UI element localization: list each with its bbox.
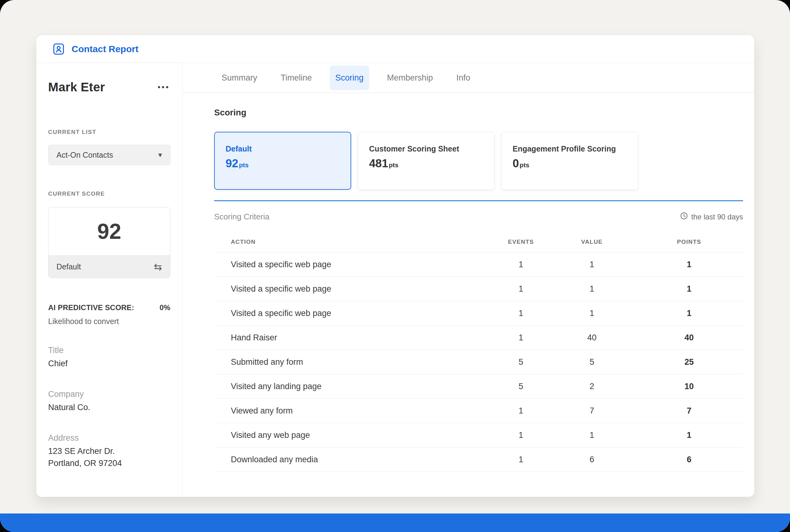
address-value: 123 SE Archer Dr. Portland, OR 97204: [48, 445, 170, 469]
page-background: Contact Report Mark Eter ••• CURRENT LIS…: [0, 0, 790, 532]
swap-score-icon[interactable]: ⇆: [154, 261, 162, 273]
score-cards-row: Default 92pts Customer Scoring Sheet 481…: [214, 132, 743, 190]
tab-timeline[interactable]: Timeline: [275, 66, 317, 90]
cell-events: 1: [493, 284, 549, 294]
cell-events: 5: [493, 357, 549, 367]
table-row: Visited a specific web page 1 1 1: [214, 277, 743, 301]
column-header-value: VALUE: [549, 239, 635, 245]
title-label: Title: [48, 346, 170, 355]
period-indicator: the last 90 days: [680, 212, 743, 222]
table-row: Visited a specific web page 1 1 1: [214, 301, 743, 326]
table-body: Visited a specific web page 1 1 1 Visite…: [214, 252, 743, 472]
cell-points: 1: [635, 309, 743, 318]
table-row: Submitted any form 5 5 25: [214, 350, 743, 374]
column-header-action: ACTION: [231, 239, 493, 245]
cell-events: 1: [493, 406, 549, 416]
company-value: Natural Co.: [48, 401, 170, 414]
cell-value: 2: [549, 382, 635, 391]
cell-action: Visited a specific web page: [231, 260, 493, 269]
title-value: Chief: [48, 358, 170, 370]
scoring-heading: Scoring: [214, 108, 743, 118]
table-row: Viewed any form 1 7 7: [214, 399, 743, 423]
cell-action: Visited a specific web page: [231, 309, 493, 318]
cell-points: 10: [635, 382, 743, 391]
cell-value: 6: [549, 455, 635, 464]
cell-action: Visited any landing page: [231, 382, 493, 391]
score-card-title: Customer Scoring Sheet: [369, 145, 494, 153]
cell-action: Viewed any form: [231, 406, 493, 416]
cell-points: 7: [635, 406, 743, 416]
tab-scoring[interactable]: Scoring: [330, 66, 369, 90]
contact-name: Mark Eter: [48, 80, 105, 94]
column-header-events: EVENTS: [493, 239, 549, 245]
cell-events: 5: [493, 382, 549, 391]
score-card[interactable]: Customer Scoring Sheet 481pts: [358, 132, 495, 190]
cell-value: 1: [549, 309, 635, 318]
cell-events: 1: [493, 455, 549, 464]
current-score-box: 92 Default ⇆: [48, 207, 170, 278]
clock-icon: [680, 212, 688, 222]
ai-predictive-score-subtext: Likelihood to convert: [48, 317, 170, 326]
table-row: Visited any landing page 5 2 10: [214, 374, 743, 399]
scoring-criteria-section: Scoring Criteria the last 90 days: [214, 200, 743, 472]
table-row: Visited any web page 1 1 1: [214, 423, 743, 448]
address-field: Address 123 SE Archer Dr. Portland, OR 9…: [48, 433, 170, 469]
cell-action: Visited any web page: [231, 431, 493, 440]
current-list-label: CURRENT LIST: [48, 129, 170, 135]
cell-points: 25: [635, 357, 743, 367]
score-card[interactable]: Default 92pts: [214, 132, 351, 190]
tab-membership[interactable]: Membership: [381, 66, 439, 90]
cell-events: 1: [493, 309, 549, 318]
cell-points: 1: [635, 284, 743, 294]
company-label: Company: [48, 390, 170, 399]
score-card-title: Engagement Profile Scoring: [513, 145, 638, 153]
score-card-points: 0pts: [513, 157, 638, 170]
cell-events: 1: [493, 431, 549, 440]
score-card-points: 481pts: [369, 157, 494, 170]
title-field: Title Chief: [48, 346, 170, 370]
cell-points: 1: [635, 431, 743, 440]
address-label: Address: [48, 433, 170, 443]
cell-value: 7: [549, 406, 635, 416]
main-panel: SummaryTimelineScoringMembershipInfo Sco…: [182, 63, 754, 497]
chevron-down-icon: ▾: [158, 151, 162, 159]
table-row: Downloaded any media 1 6 6: [214, 448, 743, 472]
current-list-value: Act-On Contacts: [56, 151, 113, 159]
cell-action: Submitted any form: [231, 357, 493, 367]
current-score-label: CURRENT SCORE: [48, 190, 170, 197]
cell-points: 40: [635, 333, 743, 343]
cell-value: 40: [549, 333, 635, 343]
tabs: SummaryTimelineScoringMembershipInfo: [182, 63, 754, 93]
company-field: Company Natural Co.: [48, 390, 170, 414]
score-card-points: 92pts: [226, 157, 350, 170]
cell-action: Visited a specific web page: [231, 284, 493, 294]
contact-report-icon: [52, 42, 65, 56]
table-row: Hand Raiser 1 40 40: [214, 326, 743, 350]
cell-value: 1: [549, 431, 635, 440]
score-type-label: Default: [56, 262, 81, 271]
ai-predictive-score-label: AI PREDICTIVE SCORE:: [48, 303, 134, 312]
cell-action: Hand Raiser: [231, 333, 493, 343]
ai-predictive-score-value: 0%: [159, 303, 170, 312]
table-row: Visited a specific web page 1 1 1: [214, 252, 743, 277]
app-header: Contact Report: [36, 35, 754, 63]
bottom-accent-bar: [0, 513, 790, 532]
table-header: ACTION EVENTS VALUE POINTS: [214, 239, 743, 252]
cell-events: 1: [493, 260, 549, 269]
cell-value: 1: [549, 260, 635, 269]
tab-summary[interactable]: Summary: [216, 66, 263, 90]
tab-info[interactable]: Info: [451, 66, 476, 90]
score-card[interactable]: Engagement Profile Scoring 0pts: [501, 132, 638, 190]
cell-points: 6: [635, 455, 743, 464]
current-list-dropdown[interactable]: Act-On Contacts ▾: [48, 145, 170, 165]
score-card-title: Default: [226, 145, 350, 153]
contact-report-window: Contact Report Mark Eter ••• CURRENT LIS…: [36, 35, 754, 497]
cell-points: 1: [635, 260, 743, 269]
column-header-points: POINTS: [635, 239, 743, 245]
current-score-value: 92: [49, 207, 170, 255]
period-text: the last 90 days: [691, 213, 743, 221]
more-options-icon[interactable]: •••: [157, 80, 170, 94]
cell-value: 5: [549, 357, 635, 367]
cell-events: 1: [493, 333, 549, 343]
contact-sidebar: Mark Eter ••• CURRENT LIST Act-On Contac…: [36, 63, 182, 497]
